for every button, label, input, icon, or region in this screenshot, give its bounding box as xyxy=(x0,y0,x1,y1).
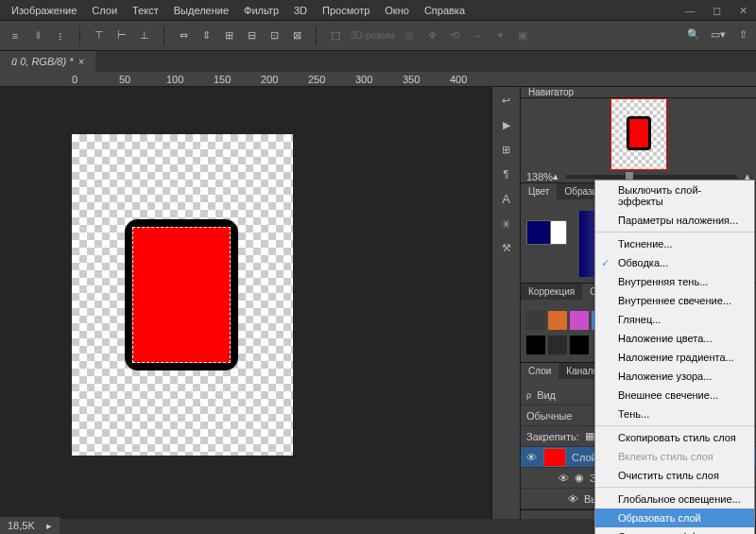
zoom-slider[interactable] xyxy=(566,175,737,179)
context-menu-item[interactable]: Наложение градиента... xyxy=(595,348,754,367)
ruler-mark: 400 xyxy=(450,74,467,85)
play-icon[interactable]: ▶ xyxy=(499,117,514,132)
history-icon[interactable]: ↩ xyxy=(499,93,514,108)
menu-3d[interactable]: 3D xyxy=(286,5,315,16)
ruler-mark: 350 xyxy=(403,74,420,85)
layer-thumbnail[interactable] xyxy=(543,448,566,467)
share-icon[interactable]: ⇧ xyxy=(735,26,750,42)
context-menu-item: Вклеить стиль слоя xyxy=(595,447,754,466)
mode-label: 3D-режим xyxy=(351,30,394,41)
menu-window[interactable]: Окно xyxy=(377,5,417,16)
menu-help[interactable]: Справка xyxy=(417,5,472,16)
close-button[interactable]: ✕ xyxy=(730,0,756,21)
foreground-color[interactable] xyxy=(526,220,551,245)
status-arrow-icon[interactable]: ▸ xyxy=(46,520,52,532)
rounded-rectangle-shape[interactable] xyxy=(125,219,238,370)
context-menu-item[interactable]: Наложение узора... xyxy=(595,367,754,386)
style-swatch[interactable] xyxy=(548,336,567,354)
light-icon[interactable]: ✦ xyxy=(492,28,507,43)
tab-adjustments[interactable]: Коррекция xyxy=(521,284,582,300)
navigator-preview[interactable] xyxy=(521,98,756,170)
context-menu-item[interactable]: Обводка... xyxy=(595,253,754,272)
menu-select[interactable]: Выделение xyxy=(166,5,236,16)
lock-pixels-icon[interactable]: ▦ xyxy=(585,430,594,442)
style-swatch[interactable] xyxy=(526,311,545,330)
distribute-v-icon[interactable]: ⇕ xyxy=(198,28,214,43)
layer-style-context-menu: Выключить слой-эффектыПараметры наложени… xyxy=(594,180,755,534)
horizontal-ruler: 050100150200250300350400 xyxy=(0,72,756,87)
orbit-icon[interactable]: ◎ xyxy=(402,28,417,43)
collapsed-panel-strip: ↩ ▶ ⊞ ¶ A ⚹ ⚒ xyxy=(491,87,520,519)
shape-fill xyxy=(132,227,231,363)
style-swatch[interactable] xyxy=(548,311,567,330)
distribute-h-icon[interactable]: ⇔ xyxy=(176,28,191,43)
context-menu-item[interactable]: Выключить слой-эффекты xyxy=(595,181,754,211)
ruler-mark: 50 xyxy=(119,74,130,85)
maximize-button[interactable]: ◻ xyxy=(703,0,730,21)
window-controls: — ◻ ✕ xyxy=(677,0,756,21)
menu-layers[interactable]: Слои xyxy=(84,5,125,16)
status-info: 18,5K xyxy=(8,520,35,531)
tab-layers[interactable]: Слои xyxy=(521,363,558,379)
menu-view[interactable]: Просмотр xyxy=(315,5,377,16)
context-menu-item[interactable]: Внутренняя тень... xyxy=(595,272,754,291)
tab-color[interactable]: Цвет xyxy=(521,183,557,199)
minimize-button[interactable]: — xyxy=(677,0,703,21)
properties-icon[interactable]: ⊞ xyxy=(499,142,514,157)
separator xyxy=(316,26,317,45)
pan-icon[interactable]: ✥ xyxy=(424,28,439,43)
context-menu-item[interactable]: Тень... xyxy=(595,405,754,423)
ruler-mark: 200 xyxy=(261,74,278,85)
3d-icon[interactable]: ⬚ xyxy=(328,28,343,43)
context-menu-item[interactable]: Глобальное освещение... xyxy=(595,490,754,508)
artboard xyxy=(72,134,293,456)
distribute-icon[interactable]: ⊡ xyxy=(266,28,282,43)
align-center-icon[interactable]: ⫴ xyxy=(30,28,45,43)
context-menu-item[interactable]: Очистить стиль слоя xyxy=(595,466,754,485)
menu-bar: Изображение Слои Текст Выделение Фильтр … xyxy=(0,0,756,21)
align-left-icon[interactable]: ≡ xyxy=(8,28,23,43)
context-menu-item[interactable]: Скопировать стиль слоя xyxy=(595,428,754,447)
document-tab[interactable]: й 0, RGB/8) * × xyxy=(0,51,95,72)
paragraph-icon[interactable]: ¶ xyxy=(499,166,514,181)
context-menu-item[interactable]: Внешнее свечение... xyxy=(595,386,754,405)
menu-text[interactable]: Текст xyxy=(125,5,166,16)
context-menu-item[interactable]: Скрыть все эффекты xyxy=(595,527,754,534)
ruler-mark: 0 xyxy=(72,74,77,85)
distribute-icon[interactable]: ⊠ xyxy=(289,28,304,43)
align-top-icon[interactable]: ⊤ xyxy=(92,28,107,43)
camera-icon[interactable]: ▣ xyxy=(515,28,530,43)
align-right-icon[interactable]: ⫶ xyxy=(53,28,68,43)
roll-icon[interactable]: ⟲ xyxy=(447,28,462,43)
context-menu-item[interactable]: Наложение цвета... xyxy=(595,329,754,348)
zoom-value: 138% xyxy=(526,171,553,182)
workspace-icon[interactable]: ▭▾ xyxy=(711,26,726,42)
menu-filter[interactable]: Фильтр xyxy=(236,5,286,16)
context-menu-item[interactable]: Внутреннее свечение... xyxy=(595,291,754,310)
distribute-icon[interactable]: ⊟ xyxy=(244,28,259,43)
separator xyxy=(79,26,80,45)
separator xyxy=(163,26,164,45)
character-icon[interactable]: A xyxy=(499,191,514,206)
search-icon[interactable]: 🔍 xyxy=(686,26,701,42)
visibility-icon[interactable]: 👁 xyxy=(526,452,538,463)
context-menu-item[interactable]: Образовать слой xyxy=(595,508,754,527)
context-menu-item[interactable]: Параметры наложения... xyxy=(595,211,754,230)
style-swatch[interactable] xyxy=(570,336,589,354)
tool-presets-icon[interactable]: ⚒ xyxy=(499,240,514,255)
style-swatch[interactable] xyxy=(526,336,545,354)
canvas[interactable] xyxy=(0,87,491,519)
align-middle-icon[interactable]: ⊢ xyxy=(114,28,129,43)
ruler-mark: 150 xyxy=(214,74,231,85)
style-swatch[interactable] xyxy=(570,311,589,330)
align-bottom-icon[interactable]: ⊥ xyxy=(137,28,152,43)
ruler-mark: 250 xyxy=(308,74,325,85)
menu-image[interactable]: Изображение xyxy=(4,5,84,16)
zoom-out-icon[interactable]: ▴ xyxy=(553,170,558,182)
distribute-icon[interactable]: ⊞ xyxy=(221,28,236,43)
brush-icon[interactable]: ⚹ xyxy=(499,215,514,231)
context-menu-item[interactable]: Тиснение... xyxy=(595,234,754,253)
slide-icon[interactable]: ↔ xyxy=(470,28,485,43)
navigator-tab[interactable]: Навигатор xyxy=(521,87,756,98)
context-menu-item[interactable]: Глянец... xyxy=(595,310,754,329)
